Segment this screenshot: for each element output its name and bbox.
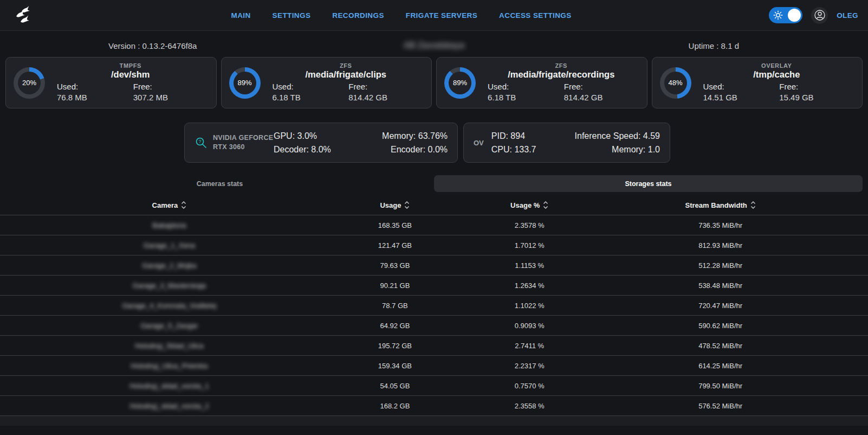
column-header-usage-pct[interactable]: Usage % (451, 195, 607, 215)
nav-right-controls: OLEG (769, 7, 858, 24)
used-value: 76.8 MB (57, 92, 128, 103)
usage-pct-cell: 1.1022 % (451, 296, 607, 315)
gpu-memory: Memory: 63.76% (382, 129, 448, 143)
table-row: Garage_2_Mojka 79.63 GB 1.1153 % 512.28 … (0, 255, 868, 276)
free-label: Free: (564, 81, 635, 92)
table-row: Babajdoria 168.35 GB 2.3578 % 736.35 MiB… (0, 215, 868, 235)
bandwidth-cell: 538.48 MiB/hr (607, 276, 833, 295)
table-header: Camera Usage Usage % Stream Bandwidth (0, 195, 868, 215)
usage-cell: 121.47 GB (339, 235, 451, 255)
usage-cell: 159.34 GB (339, 356, 451, 375)
used-value: 14.51 GB (703, 92, 774, 103)
nav-item-access-settings[interactable]: ACCESS SETTINGS (499, 11, 572, 20)
usage-pct-cell: 1.2634 % (451, 276, 607, 295)
gpu-usage: GPU: 3.0% (274, 129, 331, 143)
gpu-name: NVIDIA GEFORCE RTX 3060 (213, 133, 274, 152)
theme-toggle[interactable] (769, 7, 802, 23)
uptime-label: Uptime : 8.1 d (579, 41, 868, 50)
bandwidth-cell: 614.25 MiB/hr (607, 356, 833, 375)
usage-pct-cell: 1.1153 % (451, 255, 607, 275)
usage-cell: 168.2 GB (339, 396, 451, 415)
fs-type-label: TMPFS (53, 62, 209, 69)
stats-tabs: Cameras stats Storages stats (5, 175, 863, 192)
mount-path: /media/frigate/clips (268, 69, 424, 80)
usage-pct-cell: 0.7570 % (451, 376, 607, 395)
used-value: 6.18 TB (273, 92, 344, 103)
gpu-card: ? NVIDIA GEFORCE RTX 3060 GPU: 3.0% Deco… (184, 123, 458, 163)
usage-percent-label: 48% (664, 72, 687, 94)
detector-inference-speed: Inference Speed: 4.59 (575, 129, 660, 143)
column-header-bandwidth[interactable]: Stream Bandwidth (607, 195, 833, 215)
table-row: Garage_4_Komnata_Voditelej 78.7 GB 1.102… (0, 296, 868, 316)
bandwidth-cell: 799.50 MiB/hr (607, 376, 833, 395)
sun-icon (773, 10, 783, 20)
storage-card-tmp-cache: 48% OVERLAY /tmp/cache Used: Free: 14.51… (652, 57, 863, 108)
usage-pct-cell: 2.3558 % (451, 396, 607, 415)
storage-card-clips: 89% ZFS /media/frigate/clips Used: Free:… (221, 57, 432, 108)
usage-pct-cell: 1.7012 % (451, 235, 607, 255)
detector-label: OV (474, 139, 484, 147)
bandwidth-cell: 512.28 MiB/hr (607, 255, 833, 275)
used-label: Used: (703, 81, 774, 92)
nav-item-main[interactable]: MAIN (231, 11, 250, 20)
camera-name-blurred: Garage_1_Xena (0, 235, 339, 255)
bandwidth-cell: 576.52 MiB/hr (607, 396, 833, 415)
server-name-blurred: AB Zavodskaya (289, 41, 579, 50)
free-label: Free: (133, 81, 204, 92)
usage-cell: 78.7 GB (339, 296, 451, 315)
table-row: Holodnyj_Ulica_Priemka 159.34 GB 2.2317 … (0, 356, 868, 376)
usage-percent-label: 89% (449, 72, 471, 94)
detector-cpu: CPU: 133.7 (491, 143, 536, 156)
frigate-logo-icon[interactable] (10, 3, 34, 27)
free-label: Free: (348, 81, 419, 92)
bandwidth-cell: 812.93 MiB/hr (607, 235, 833, 255)
process-stats-row: ? NVIDIA GEFORCE RTX 3060 GPU: 3.0% Deco… (0, 123, 868, 163)
free-value: 814.42 GB (348, 92, 419, 103)
usage-pct-cell: 2.7411 % (451, 336, 607, 355)
usage-pct-cell: 2.3578 % (451, 215, 607, 235)
info-bar: Version : 0.13.2-6476f8a AB Zavodskaya U… (0, 31, 868, 57)
usage-donut: 89% (444, 67, 476, 99)
tab-cameras-stats[interactable]: Cameras stats (5, 175, 434, 192)
detector-pid: PID: 894 (491, 129, 536, 143)
bandwidth-cell: 736.35 MiB/hr (607, 215, 833, 235)
free-value: 15.49 GB (779, 92, 850, 103)
camera-name-blurred: Holodnyj_sklad_vorota_1 (0, 376, 339, 395)
storage-cards-row: 20% TMPFS /dev/shm Used: Free: 76.8 MB 3… (0, 57, 868, 108)
detector-memory: Memory: 1.0 (575, 143, 660, 156)
fs-type-label: OVERLAY (699, 62, 855, 69)
camera-name-blurred: Garage_4_Komnata_Voditelej (0, 296, 339, 315)
tab-storages-stats[interactable]: Storages stats (434, 175, 863, 192)
storage-card-recordings: 89% ZFS /media/frigate/recordings Used: … (436, 57, 647, 108)
mount-path: /media/frigate/recordings (483, 69, 639, 80)
toggle-knob (788, 9, 801, 22)
camera-name-blurred: Garage_2_Mojka (0, 255, 339, 275)
table-row: Holodnyj_sklad_vorota_1 54.05 GB 0.7570 … (0, 376, 868, 396)
sort-icon (181, 201, 186, 209)
table-row: Garage_1_Xena 121.47 GB 1.7012 % 812.93 … (0, 235, 868, 255)
table-row: Garage_3_Masterskaja 90.21 GB 1.2634 % 5… (0, 276, 868, 296)
user-avatar[interactable] (811, 7, 828, 24)
nav-item-recordings[interactable]: RECORDINGS (332, 11, 384, 20)
table-row: Garage_5_Zavgar 64.92 GB 0.9093 % 590.62… (0, 316, 868, 336)
camera-name-blurred: Holodnyj_sklad_vorota_2 (0, 396, 339, 415)
usage-pct-cell: 0.9093 % (451, 316, 607, 335)
fs-type-label: ZFS (483, 62, 639, 69)
storages-stats-table: Camera Usage Usage % Stream Bandwidth Ba… (0, 195, 868, 426)
fs-type-label: ZFS (268, 62, 424, 69)
camera-name-blurred: Garage_5_Zavgar (0, 316, 339, 335)
usage-pct-cell: 2.2317 % (451, 356, 607, 375)
camera-name-blurred: Holodnyj_Sklad_Ulica (0, 336, 339, 355)
nav-item-frigate-servers[interactable]: FRIGATE SERVERS (406, 11, 477, 20)
nav-item-settings[interactable]: SETTINGS (273, 11, 311, 20)
gpu-search-icon: ? (195, 136, 208, 149)
column-header-camera[interactable]: Camera (0, 195, 339, 215)
usage-cell: 195.72 GB (339, 336, 451, 355)
username-label[interactable]: OLEG (837, 11, 858, 20)
column-header-usage[interactable]: Usage (339, 195, 451, 215)
sort-icon (404, 201, 410, 209)
usage-percent-label: 20% (18, 72, 41, 94)
free-value: 307.2 MB (133, 92, 204, 103)
used-label: Used: (273, 81, 344, 92)
camera-name-blurred: Garage_3_Masterskaja (0, 276, 339, 295)
